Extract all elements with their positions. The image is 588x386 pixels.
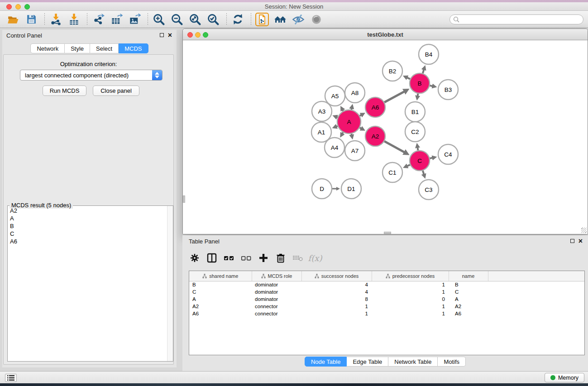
zoom-in-icon[interactable] [152, 13, 166, 26]
graph-edge-B-B4[interactable] [423, 70, 424, 73]
show-columns-icon[interactable] [206, 252, 218, 264]
toolbar-separator [148, 13, 148, 26]
optimization-criterion-label: Optimization criterion: [4, 61, 173, 67]
close-panel-button[interactable]: Close panel [93, 86, 139, 96]
graph-edge-B-B3[interactable] [430, 86, 432, 86]
graph-edge-A-A3[interactable] [337, 117, 338, 118]
delete-column-trash-icon[interactable] [275, 252, 287, 264]
refresh-icon[interactable] [231, 13, 244, 26]
tab-network[interactable]: Network [30, 43, 65, 53]
table-row-c[interactable]: Cdominator41C [189, 288, 584, 295]
save-session-icon[interactable] [24, 13, 38, 26]
graph-edge-A-A7[interactable] [351, 133, 352, 135]
graph-edge-A-A1[interactable] [336, 126, 338, 127]
graph-edge-A-A6[interactable] [360, 115, 362, 116]
close-panel-icon[interactable]: × [168, 33, 172, 38]
resize-grip[interactable] [581, 228, 587, 233]
deselect-all-icon[interactable] [240, 252, 252, 264]
show-graphics-details-icon[interactable] [310, 13, 323, 26]
column-header-name[interactable]: name [449, 271, 488, 281]
export-table-icon[interactable] [110, 13, 123, 26]
table-row-a2[interactable]: A2connector11A2 [189, 303, 584, 310]
table-tab-network-table[interactable]: Network Table [388, 357, 438, 367]
cell: A [449, 295, 488, 303]
cell: 1 [372, 310, 449, 317]
tab-select[interactable]: Select [90, 43, 119, 53]
function-builder-icon[interactable]: f(x) [309, 252, 321, 264]
graph-edge-C-C2[interactable] [417, 148, 418, 150]
horizontal-scroll-stub[interactable] [384, 232, 391, 234]
result-item-c[interactable]: C [8, 230, 167, 238]
toolbar-separator [44, 13, 45, 26]
result-scrollbar[interactable] [167, 206, 173, 361]
task-history-button[interactable] [5, 374, 17, 382]
session-title: Session: New Session [0, 3, 588, 10]
close-table-panel-icon[interactable]: × [578, 239, 583, 243]
graph-node-label-D1: D1 [347, 186, 355, 192]
column-header-predecessor-nodes[interactable]: predecessor nodes [372, 271, 449, 281]
float-panel-icon[interactable] [160, 33, 164, 37]
zoom-selected-icon[interactable] [206, 13, 220, 26]
main-toolbar [0, 11, 588, 28]
cell: A [189, 295, 252, 303]
table-row-a[interactable]: Adominator80A [189, 295, 584, 303]
table-row-b[interactable]: Bdominator41B [189, 281, 584, 288]
graph-node-label-A7: A7 [351, 148, 359, 154]
result-item-a6[interactable]: A6 [8, 238, 167, 246]
graph-edge-C-C4[interactable] [430, 158, 432, 158]
graph-edge-A2-C[interactable] [384, 141, 405, 152]
zoom-fit-icon[interactable] [188, 13, 202, 26]
graph-node-label-A5: A5 [331, 93, 339, 100]
graph-node-label-C: C [417, 157, 422, 164]
vertical-scroll-stub[interactable] [183, 195, 185, 203]
export-network-icon[interactable] [91, 13, 105, 26]
graph-edge-B-B1[interactable] [418, 94, 418, 96]
tab-style[interactable]: Style [65, 43, 90, 53]
graph-edge-A-A2[interactable] [360, 128, 362, 129]
result-item-a2[interactable]: A2 [8, 207, 167, 215]
cell: 1 [372, 281, 449, 288]
import-network-icon[interactable] [49, 13, 62, 26]
column-header-shared-name[interactable]: shared name [189, 271, 252, 281]
add-column-icon[interactable] [258, 252, 269, 264]
graph-edge-A6-B[interactable] [384, 91, 404, 102]
tab-mcds[interactable]: MCDS [119, 43, 148, 53]
cell: dominator [252, 295, 301, 303]
table-settings-gear-icon[interactable] [189, 252, 201, 264]
import-table-icon[interactable] [67, 13, 81, 26]
graph-edge-B-B2[interactable] [407, 77, 410, 79]
network-window-title: testGlobe.txt [183, 31, 588, 38]
graph-edge-A-A8[interactable] [351, 108, 352, 110]
result-item-a[interactable]: A [8, 215, 167, 223]
criterion-selected-value: largest connected component (directed) [25, 72, 129, 79]
search-input[interactable] [449, 14, 583, 24]
graph-node-label-A: A [347, 119, 351, 125]
float-table-panel-icon[interactable] [570, 239, 574, 243]
result-item-b[interactable]: B [8, 223, 167, 230]
graph-edge-C-C1[interactable] [407, 165, 410, 166]
table-tab-node-table[interactable]: Node Table [305, 357, 347, 367]
table-tab-edge-table[interactable]: Edge Table [347, 357, 388, 367]
home-icon[interactable] [273, 13, 287, 26]
app-titlebar: Session: New Session [0, 2, 588, 11]
criterion-select[interactable]: largest connected component (directed) [20, 70, 163, 81]
run-mcds-button[interactable]: Run MCDS [43, 86, 86, 96]
desktop-wallpaper-bottom [0, 383, 588, 386]
export-image-icon[interactable] [128, 13, 141, 26]
graph-edge-A-A4[interactable] [342, 133, 343, 134]
graph-edge-A-A5[interactable] [343, 110, 343, 111]
destroy-table-icon[interactable] [292, 252, 304, 264]
hide-graphics-details-icon[interactable] [292, 13, 305, 26]
column-header-successor-nodes[interactable]: successor nodes [301, 271, 372, 281]
network-canvas[interactable]: B4B2BB3A8A5A6A3B1AA1C2A2A4A7C4CC1DC3D1 [183, 40, 588, 234]
memory-button[interactable]: Memory [545, 373, 584, 382]
zoom-out-icon[interactable] [170, 13, 184, 26]
select-all-icon[interactable] [223, 252, 235, 264]
graph-edge-C-C3[interactable] [423, 171, 424, 174]
show-network-file-icon[interactable] [255, 13, 269, 26]
table-row-a6[interactable]: A6connector11A6 [189, 310, 584, 317]
column-header-mcds-role[interactable]: MCDS role [252, 271, 301, 281]
open-session-icon[interactable] [6, 13, 20, 26]
table-tab-motifs[interactable]: Motifs [438, 357, 466, 367]
mcds-result-box: MCDS result (5 nodes) A2ABCA6 [7, 205, 173, 362]
